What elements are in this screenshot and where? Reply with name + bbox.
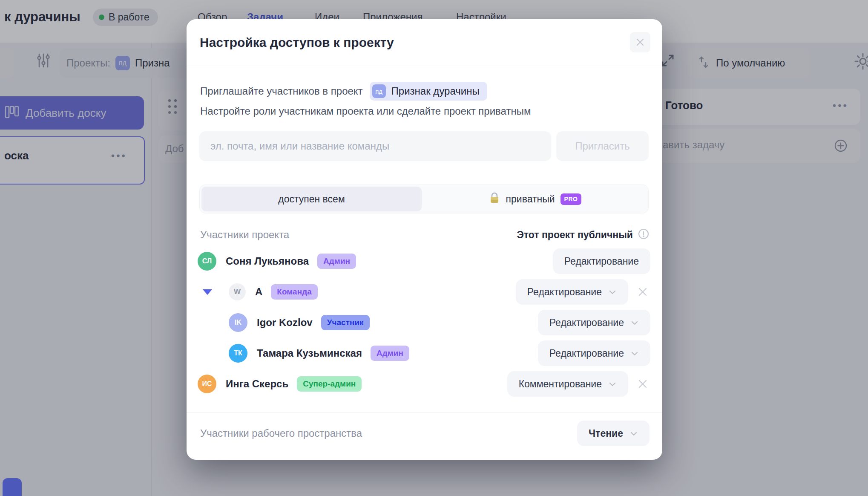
lock-icon xyxy=(489,192,500,206)
remove-member-button[interactable] xyxy=(635,284,650,300)
chevron-down-icon xyxy=(630,317,639,329)
chevron-down-icon xyxy=(630,348,639,359)
close-icon xyxy=(635,37,645,47)
avatar: W xyxy=(229,283,246,300)
avatar: IK xyxy=(229,313,247,332)
member-row: IK Igor Kozlov Участник Редактирование xyxy=(187,307,662,338)
close-icon xyxy=(637,378,648,389)
public-note: Этот проект публичный xyxy=(517,229,633,241)
pro-badge: PRO xyxy=(560,193,582,205)
member-row: ИС Инга Скерсь Супер-админ Комментирован… xyxy=(187,369,662,399)
role-badge: Админ xyxy=(371,346,409,361)
invite-button[interactable]: Пригласить xyxy=(556,131,649,161)
workspace-members-footer: Участники рабочего пространства Чтение xyxy=(200,420,650,447)
header-divider xyxy=(187,65,662,65)
role-select[interactable]: Редактирование xyxy=(538,340,650,366)
chevron-down-icon xyxy=(629,428,638,439)
role-badge: Участник xyxy=(321,315,370,330)
members-header: Участники проекта Этот проект публичный xyxy=(200,227,650,242)
workspace-role-select[interactable]: Чтение xyxy=(577,421,650,446)
close-icon xyxy=(637,286,648,297)
avatar: ТК xyxy=(229,344,247,363)
avatar: ИС xyxy=(198,375,216,393)
info-icon[interactable] xyxy=(638,228,650,242)
access-settings-modal: Настройка доступов к проекту Приглашайте… xyxy=(187,19,662,460)
app-window: к дурачины В работе Обзор Задачи Идеи Пр… xyxy=(0,0,868,496)
role-badge: Админ xyxy=(317,254,356,269)
footer-divider xyxy=(187,412,662,413)
chevron-down-icon xyxy=(608,378,617,390)
role-select[interactable]: Редактирование xyxy=(553,248,650,274)
invite-description-line1: Приглашайте участников в проект пд Призн… xyxy=(200,82,487,101)
member-row: ТК Тамара Кузьминская Админ Редактирован… xyxy=(187,338,662,369)
project-avatar: пд xyxy=(372,84,386,98)
project-chip: пд Признак дурачины xyxy=(370,82,487,101)
collapse-toggle[interactable] xyxy=(198,289,229,295)
visibility-public-segment[interactable]: доступен всем xyxy=(201,187,422,211)
role-badge: Супер-админ xyxy=(297,376,362,392)
invite-description-line2: Настройте роли участникам проекта или сд… xyxy=(200,105,531,117)
visibility-toggle: доступен всем приватный PRO xyxy=(199,185,649,213)
close-button[interactable] xyxy=(630,32,650,52)
role-select[interactable]: Комментирование xyxy=(507,371,628,397)
team-row: W А Команда Редактирование xyxy=(187,277,662,307)
chevron-down-icon xyxy=(608,286,617,298)
role-select[interactable]: Редактирование xyxy=(516,279,628,305)
remove-member-button[interactable] xyxy=(635,376,650,392)
invite-input[interactable] xyxy=(199,131,551,161)
visibility-private-segment[interactable]: приватный PRO xyxy=(423,187,647,211)
team-badge: Команда xyxy=(271,284,317,300)
triangle-down-icon xyxy=(203,289,212,295)
members-list: СЛ Соня Лукьянова Админ Редактирование W… xyxy=(187,246,662,399)
modal-title: Настройка доступов к проекту xyxy=(200,35,394,50)
avatar: СЛ xyxy=(198,252,216,271)
role-select[interactable]: Редактирование xyxy=(538,310,650,335)
member-row: СЛ Соня Лукьянова Админ Редактирование xyxy=(187,246,662,277)
